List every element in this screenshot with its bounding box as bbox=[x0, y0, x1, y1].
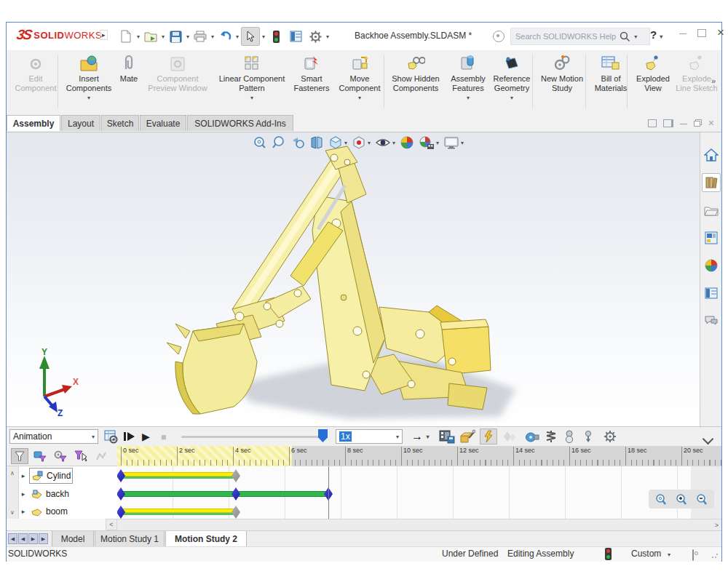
tab-model[interactable]: Model bbox=[52, 531, 94, 547]
reference-geometry-caret-icon[interactable]: ▾ bbox=[510, 95, 513, 101]
filter-driving-button[interactable] bbox=[52, 448, 69, 464]
tree-item-backhoe[interactable]: ▸ backh bbox=[20, 485, 117, 503]
timeline-key[interactable] bbox=[117, 487, 125, 501]
expand-icon[interactable]: ▸ bbox=[20, 490, 27, 498]
units-caret-icon[interactable]: ▾ bbox=[668, 551, 670, 558]
open-button[interactable] bbox=[142, 28, 159, 45]
options-caret-icon[interactable]: ▾ bbox=[326, 33, 329, 40]
graphics-area[interactable]: ▾ ▾ ▾ ▾ ▾ bbox=[7, 132, 721, 427]
units-selector[interactable]: Custom bbox=[631, 549, 661, 559]
help-badge-icon[interactable] bbox=[493, 31, 505, 42]
options-gear-button[interactable] bbox=[306, 28, 324, 45]
timeline-zoom-in-icon[interactable] bbox=[675, 493, 688, 506]
doc-minimize-icon[interactable] bbox=[680, 124, 687, 124]
file-properties-button[interactable] bbox=[287, 28, 304, 45]
filter-none-button[interactable] bbox=[11, 448, 28, 464]
move-component-button[interactable]: MoveComponent▾ bbox=[336, 53, 383, 110]
hscroll-left-button[interactable]: < bbox=[106, 519, 117, 530]
collapse-motion-manager-button[interactable] bbox=[704, 433, 712, 446]
view-palette-icon[interactable] bbox=[702, 228, 721, 247]
close-button[interactable]: × bbox=[711, 25, 728, 40]
search-icon[interactable] bbox=[620, 31, 630, 42]
doc-close-icon[interactable]: × bbox=[708, 117, 714, 129]
slider-thumb[interactable] bbox=[318, 429, 328, 442]
tree-item-boom[interactable]: ▸ boom bbox=[20, 503, 117, 519]
insert-components-button[interactable]: InsertComponents▾ bbox=[63, 53, 115, 110]
timeline-key[interactable] bbox=[232, 506, 240, 519]
open-caret-icon[interactable]: ▾ bbox=[162, 33, 165, 40]
backhoe-model[interactable] bbox=[123, 143, 604, 427]
rebuild-traffic-light-icon[interactable] bbox=[267, 28, 285, 45]
speed-combobox[interactable]: 1x▾ bbox=[336, 429, 403, 444]
timeline-key[interactable] bbox=[232, 469, 240, 482]
menu-expand-button[interactable]: ▸ bbox=[100, 30, 108, 40]
undo-button[interactable] bbox=[216, 28, 234, 45]
motion-study-properties-button[interactable] bbox=[602, 428, 618, 445]
timeline-tracks[interactable] bbox=[117, 466, 721, 519]
appearances-icon[interactable] bbox=[702, 256, 721, 275]
select-tool-button[interactable] bbox=[241, 27, 260, 46]
current-time-marker[interactable] bbox=[328, 466, 329, 519]
move-component-caret-icon[interactable]: ▾ bbox=[358, 95, 361, 101]
tree-scrollbar[interactable]: ∧ ∨ bbox=[7, 466, 19, 519]
tab-layout[interactable]: Layout bbox=[61, 115, 100, 131]
autokey-button[interactable] bbox=[480, 428, 497, 445]
home-icon[interactable] bbox=[702, 146, 721, 164]
hscroll-right-button[interactable]: > bbox=[715, 522, 719, 529]
save-button[interactable] bbox=[167, 28, 184, 45]
help-caret-icon[interactable]: ▾ bbox=[660, 33, 662, 40]
pane-toggle-icon[interactable] bbox=[648, 119, 657, 127]
playback-mode-caret-icon[interactable]: ▾ bbox=[426, 434, 429, 440]
tab-evaluate[interactable]: Evaluate bbox=[140, 115, 186, 131]
timeline-key[interactable] bbox=[232, 487, 240, 501]
tag-icon[interactable] bbox=[692, 550, 694, 560]
playback-mode-button[interactable]: → ▾ bbox=[410, 428, 430, 445]
add-key-button[interactable] bbox=[502, 428, 519, 445]
play-button[interactable]: ▶ bbox=[141, 428, 151, 445]
new-document-button[interactable] bbox=[117, 28, 135, 45]
show-hidden-components-button[interactable]: Show HiddenComponents bbox=[387, 53, 444, 110]
timeline-zoom-fit-icon[interactable] bbox=[654, 493, 668, 506]
timeline-ruler[interactable]: 0 sec 2 sec 4 sec 6 sec 8 sec 10 sec 12 … bbox=[117, 446, 721, 467]
first-tab-button[interactable]: ◀ bbox=[8, 533, 17, 544]
tree-item-cylinder[interactable]: ▸ Cylind bbox=[20, 467, 117, 485]
spring-button[interactable] bbox=[544, 428, 558, 445]
reference-geometry-button[interactable]: ReferenceGeometry▾ bbox=[490, 53, 534, 110]
scroll-down-icon[interactable]: ∨ bbox=[7, 507, 18, 517]
smart-fasteners-button[interactable]: SmartFasteners bbox=[291, 53, 332, 110]
play-from-start-button[interactable] bbox=[122, 428, 138, 445]
help-search-box[interactable]: Search SOLIDWORKS Help ▾ bbox=[510, 28, 650, 45]
linear-component-pattern-button[interactable]: Linear ComponentPattern▾ bbox=[214, 53, 290, 110]
tab-sketch[interactable]: Sketch bbox=[101, 115, 139, 131]
minimize-button[interactable] bbox=[673, 25, 692, 40]
next-tab-button[interactable]: ▶ bbox=[28, 533, 38, 544]
save-caret-icon[interactable]: ▾ bbox=[186, 33, 189, 40]
tab-assembly[interactable]: Assembly bbox=[7, 115, 60, 131]
design-library-icon[interactable] bbox=[702, 173, 721, 192]
component-preview-window-button[interactable]: ComponentPreview Window bbox=[147, 53, 208, 110]
select-caret-icon[interactable]: ▾ bbox=[262, 33, 265, 40]
expand-icon[interactable]: ▸ bbox=[20, 508, 27, 515]
mate-button[interactable]: Mate bbox=[114, 53, 143, 110]
tab-motion-study-2[interactable]: Motion Study 2 bbox=[165, 531, 247, 547]
timeline-hscrollbar[interactable]: > bbox=[117, 519, 721, 530]
timeline-key[interactable] bbox=[117, 469, 125, 482]
scroll-up-icon[interactable]: ∧ bbox=[7, 468, 18, 478]
timeline-zoom-out-icon[interactable] bbox=[695, 493, 708, 506]
save-animation-button[interactable] bbox=[438, 428, 456, 445]
assembly-features-caret-icon[interactable]: ▾ bbox=[467, 95, 470, 101]
calculate-button[interactable] bbox=[103, 428, 120, 445]
tab-motion-study-1[interactable]: Motion Study 1 bbox=[95, 531, 165, 547]
contact-button[interactable] bbox=[563, 428, 576, 445]
gravity-button[interactable] bbox=[582, 428, 595, 445]
filter-animated-button[interactable] bbox=[31, 448, 49, 464]
print-button[interactable] bbox=[191, 28, 209, 45]
assembly-features-button[interactable]: AssemblyFeatures▾ bbox=[446, 53, 490, 110]
insert-components-caret-icon[interactable]: ▾ bbox=[87, 95, 90, 101]
new-motion-study-button[interactable]: New MotionStudy bbox=[537, 53, 587, 110]
animation-wizard-button[interactable] bbox=[458, 428, 477, 445]
doc-restore-icon[interactable] bbox=[694, 119, 702, 127]
undo-caret-icon[interactable]: ▾ bbox=[236, 33, 239, 40]
file-explorer-icon[interactable] bbox=[702, 201, 721, 220]
tab-solidworks-addins[interactable]: SOLIDWORKS Add-Ins bbox=[187, 115, 293, 131]
